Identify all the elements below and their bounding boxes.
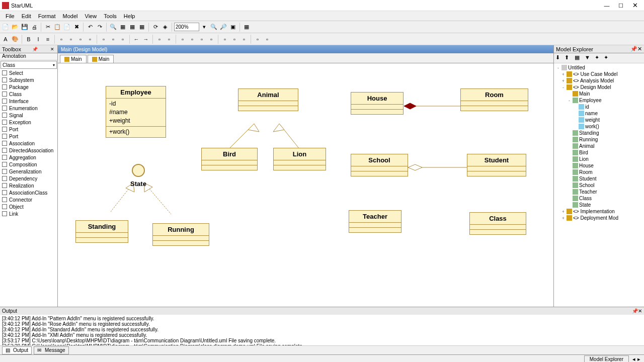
fmt-btn-1[interactable]: ▫ (57, 35, 66, 44)
class-room[interactable]: Room (460, 88, 528, 111)
menu-model[interactable]: Model (59, 12, 82, 20)
fmt-btn-15[interactable]: ▫ (230, 35, 239, 44)
menu-tools[interactable]: Tools (100, 12, 120, 20)
class-lion[interactable]: Lion (273, 148, 326, 170)
explorer-close-icon[interactable]: ✕ (637, 46, 642, 52)
tree-item[interactable]: work() (555, 123, 643, 130)
tree-item[interactable]: name (555, 110, 643, 117)
find-button[interactable]: 🔍 (109, 23, 118, 32)
maximize-button[interactable]: ☐ (614, 1, 628, 10)
minimize-button[interactable]: — (600, 1, 614, 10)
toolbox-item-composition[interactable]: Composition (0, 161, 57, 168)
tb-btn-4[interactable]: ◈ (160, 23, 170, 32)
class-standing[interactable]: Standing (75, 220, 128, 243)
tb-btn-5[interactable]: ▦ (242, 23, 251, 32)
tree-item[interactable]: Teacher (555, 189, 643, 195)
fmt-btn-16[interactable]: ▫ (239, 35, 249, 44)
fmt-btn-3[interactable]: ▫ (76, 35, 85, 44)
refresh-button[interactable]: ⟳ (151, 23, 160, 32)
toolbox-item-enumeration[interactable]: Enumeration (0, 105, 57, 112)
bottom-tab-explorer[interactable]: Model Explorer (584, 355, 629, 362)
fmt-btn-5[interactable]: ▫ (99, 35, 108, 44)
toolbox-item-port[interactable]: Port (0, 126, 57, 133)
tree-item[interactable]: +<> Use Case Model (555, 71, 643, 77)
fmt-btn-2[interactable]: ▫ (66, 35, 75, 44)
tb-btn-2[interactable]: ▦ (128, 23, 137, 32)
explorer-pin-icon[interactable]: 📌 (630, 46, 637, 52)
class-school[interactable]: School (351, 154, 408, 176)
canvas-tab-0[interactable]: Main (60, 55, 87, 63)
class-house[interactable]: House (351, 92, 404, 115)
fmt-btn-8[interactable]: ▫ (155, 35, 164, 44)
exp-btn-2[interactable]: ⬆ (565, 54, 573, 62)
toolbox-item-package[interactable]: Package (0, 83, 57, 90)
fmt-btn-12[interactable]: ▫ (197, 35, 206, 44)
tree-item[interactable]: State (555, 202, 643, 208)
menu-view[interactable]: View (82, 12, 101, 20)
fmt-btn-14[interactable]: ▫ (220, 35, 229, 44)
font-button[interactable]: A (1, 35, 10, 44)
copy-button[interactable]: 📋 (53, 23, 62, 32)
tree-item[interactable]: Lion (555, 156, 643, 162)
interface-state[interactable]: State (123, 164, 153, 188)
toolbox-item-link[interactable]: Link (0, 210, 57, 217)
toolbox-item-port[interactable]: Port (0, 133, 57, 140)
toolbox-item-association[interactable]: Association (0, 140, 57, 147)
expand-icon[interactable]: + (561, 209, 566, 214)
zoom-combo[interactable]: 200% (174, 23, 199, 31)
canvas-tab-1[interactable]: Main (88, 55, 114, 63)
tree-item[interactable]: House (555, 162, 643, 169)
open-button[interactable]: 📂 (11, 23, 20, 32)
fmt-btn-10[interactable]: ▫ (178, 35, 187, 44)
redo-button[interactable]: ↷ (95, 23, 104, 32)
save-button[interactable]: 💾 (20, 23, 29, 32)
class-running[interactable]: Running (152, 223, 209, 246)
menu-edit[interactable]: Edit (18, 12, 35, 20)
tree-item[interactable]: -<> Design Model (555, 84, 643, 90)
output-tab-output[interactable]: ▤Output (2, 346, 32, 354)
toolbox-item-object[interactable]: Object (0, 203, 57, 210)
exp-btn-1[interactable]: ⬇ (555, 54, 564, 62)
toolbox-item-directedassociation[interactable]: DirectedAssociation (0, 147, 57, 154)
tree-item[interactable]: Main (555, 90, 643, 97)
fmt-btn-9[interactable]: ▫ (165, 35, 174, 44)
italic-button[interactable]: I (34, 35, 43, 44)
tree-item[interactable]: -Employee (555, 97, 643, 104)
toolbox-item-generalization[interactable]: Generalization (0, 168, 57, 175)
output-pin-icon[interactable]: 📌 (632, 308, 638, 314)
tree-item[interactable]: -Untitled (555, 64, 643, 71)
tree-item[interactable]: Standing (555, 130, 643, 136)
menu-format[interactable]: Format (35, 12, 59, 20)
toolbox-close-icon[interactable]: ✕ (49, 47, 55, 52)
toolbox-item-dependency[interactable]: Dependency (0, 175, 57, 182)
fmt-btn-4[interactable]: ▫ (86, 35, 95, 44)
tree-item[interactable]: Class (555, 195, 643, 202)
class-bird[interactable]: Bird (201, 148, 258, 170)
toolbox-item-signal[interactable]: Signal (0, 112, 57, 119)
toolbox-item-class[interactable]: Class (0, 90, 57, 98)
zoom-in-button[interactable]: 🔎 (219, 23, 228, 32)
toolbox-item-interface[interactable]: Interface (0, 98, 57, 105)
cut-button[interactable]: ✂ (43, 23, 52, 32)
output-tab-message[interactable]: ✉Message (34, 346, 69, 354)
fmt-btn-7[interactable]: ▫ (118, 35, 127, 44)
zoom-out-button[interactable]: 🔍 (209, 23, 218, 32)
tree-item[interactable]: +<> Implementation (555, 208, 643, 215)
toolbox-item-connector[interactable]: Connector (0, 196, 57, 203)
exp-btn-4[interactable]: ✦ (595, 54, 603, 62)
tree-item[interactable]: id (555, 104, 643, 110)
toolbox-category-combo[interactable]: Class (1, 61, 57, 69)
new-button[interactable]: 📄 (1, 23, 10, 32)
tree-item[interactable]: Room (555, 169, 643, 175)
class-employee[interactable]: Employee -id #name +weight +work() (106, 86, 166, 138)
fmt-btn-6[interactable]: ▫ (109, 35, 118, 44)
align-button[interactable]: ≡ (43, 35, 52, 44)
tree-item[interactable]: Bird (555, 149, 643, 156)
close-button[interactable]: ✕ (628, 1, 642, 10)
fmt-btn-11[interactable]: ▫ (188, 35, 197, 44)
print-button[interactable]: 🖨 (30, 23, 39, 32)
tree-item[interactable]: School (555, 182, 643, 189)
bold-button[interactable]: B (24, 35, 33, 44)
diagram-canvas[interactable]: Employee -id #name +weight +work() Anima… (58, 63, 553, 307)
expand-icon[interactable]: - (567, 98, 572, 103)
